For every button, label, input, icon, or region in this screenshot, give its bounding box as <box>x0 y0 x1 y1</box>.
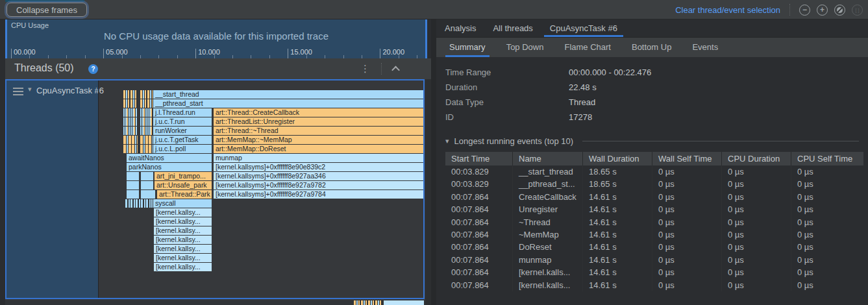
next-thread-trace-bar[interactable] <box>384 300 424 305</box>
table-row[interactable]: 00:07.864Unregister14.61 s0 µs0 µs0 µs <box>445 203 863 215</box>
inspector-subtab-bar: SummaryTop DownFlame ChartBottom UpEvent… <box>436 38 868 57</box>
cpu-usage-panel[interactable]: CPU Usage No CPU usage data available fo… <box>5 19 427 58</box>
trace-frame[interactable] <box>127 172 139 180</box>
threads-header-actions: ⋮ <box>360 58 399 79</box>
trace-frame[interactable] <box>141 172 153 180</box>
table-cell: 0 µs <box>722 241 791 253</box>
trace-slices[interactable] <box>140 99 153 108</box>
trace-frame[interactable]: j.l.Thread.run <box>153 108 212 117</box>
trace-frame[interactable]: [kernel.kallsyms]+0xffffff8e927aa346 <box>214 172 424 180</box>
next-thread-trace-preview[interactable] <box>354 300 382 305</box>
trace-slices[interactable] <box>140 90 153 99</box>
table-row[interactable]: 00:03.829__pthread_st...18.65 s0 µs0 µs0… <box>445 178 863 190</box>
trace-slices[interactable] <box>140 145 153 153</box>
trace-frame[interactable]: [kernel.kallsy... <box>154 263 212 271</box>
trace-frame[interactable]: parkNanos <box>127 163 212 171</box>
collapse-panel-icon[interactable] <box>391 66 400 74</box>
trace-slices[interactable] <box>140 127 153 135</box>
trace-slices[interactable] <box>123 117 138 126</box>
subtab-flame-chart[interactable]: Flame Chart <box>554 38 621 57</box>
trace-frame[interactable]: syscall <box>153 199 212 208</box>
trace-frame[interactable] <box>127 181 139 189</box>
panel-splitter[interactable] <box>431 19 436 305</box>
help-icon[interactable]: ? <box>88 64 98 74</box>
column-header-wall-duration[interactable]: Wall Duration <box>583 152 652 165</box>
subtab-summary[interactable]: Summary <box>439 38 496 57</box>
table-cell: munmap <box>513 254 583 266</box>
trace-frame[interactable]: art::Thread::Park <box>157 190 212 199</box>
table-cell: 0 µs <box>722 254 791 266</box>
trace-frame[interactable]: runWorker <box>153 127 212 135</box>
trace-frame[interactable]: art::MemMap::DoReset <box>214 145 424 153</box>
table-cell: ~MemMap <box>513 228 583 241</box>
trace-frame[interactable]: art::Thread::CreateCallback <box>214 108 424 117</box>
trace-frame[interactable]: [kernel.kallsyms]+0xffffff8e927a9784 <box>214 190 424 199</box>
table-cell: 00:07.864 <box>445 203 513 215</box>
subtab-bottom-up[interactable]: Bottom Up <box>621 38 682 57</box>
trace-slices[interactable] <box>123 108 138 117</box>
table-row[interactable]: 00:07.864munmap14.61 s0 µs0 µs0 µs <box>445 254 863 266</box>
trace-frame[interactable] <box>127 190 139 199</box>
trace-frame[interactable]: j.u.c.L.poll <box>153 145 212 153</box>
table-cell: 14.61 s <box>583 191 652 203</box>
trace-frame[interactable]: j.u.c.T.run <box>153 117 212 126</box>
ruler-tick-label: 05.000 <box>106 48 128 56</box>
trace-slices[interactable] <box>123 99 138 108</box>
table-row[interactable]: 00:07.864[kernel.kalls...14.61 s0 µs0 µs… <box>445 279 863 291</box>
trace-frame[interactable]: [kernel.kallsy... <box>154 254 212 262</box>
table-row[interactable]: 00:07.864[kernel.kalls...14.61 s0 µs0 µs… <box>445 266 863 278</box>
table-row[interactable]: 00:07.864CreateCallback14.61 s0 µs0 µs0 … <box>445 191 863 203</box>
trace-frame[interactable]: __pthread_start <box>153 99 424 108</box>
kebab-menu-icon[interactable]: ⋮ <box>360 63 370 75</box>
trace-frame[interactable]: [kernel.kallsy... <box>154 208 212 217</box>
subtab-events[interactable]: Events <box>682 38 728 57</box>
table-cell: 18.65 s <box>583 165 652 178</box>
trace-frame[interactable]: art::Thread::~Thread <box>214 127 424 135</box>
tab-all-threads[interactable]: All threads <box>484 19 541 37</box>
trace-slices[interactable] <box>123 145 138 153</box>
trace-frame[interactable]: [kernel.kallsyms]+0xffffff8e927a9782 <box>214 181 424 189</box>
trace-frame[interactable]: [kernel.kallsy... <box>154 236 212 244</box>
trace-frame[interactable]: j.u.c.T.getTask <box>153 136 212 144</box>
trace-frame[interactable] <box>141 190 155 199</box>
trace-slices[interactable] <box>140 136 153 144</box>
trace-frame[interactable]: art::Unsafe_park <box>155 181 212 189</box>
collapse-frames-button[interactable]: Collapse frames <box>6 3 87 17</box>
table-row[interactable]: 00:07.864DoReset14.61 s0 µs0 µs0 µs <box>445 241 863 253</box>
table-row[interactable]: 00:03.829__start_thread18.65 s0 µs0 µs0 … <box>445 165 863 178</box>
column-header-cpu-duration[interactable]: CPU Duration <box>722 152 791 165</box>
trace-frame[interactable]: awaitNanos <box>127 154 212 162</box>
trace-slices[interactable] <box>140 117 153 126</box>
threads-scrollbar-track[interactable] <box>425 79 431 305</box>
next-thread-row[interactable] <box>5 300 431 305</box>
column-header-start-time[interactable]: Start Time <box>445 152 513 165</box>
trace-frame[interactable]: [kernel.kallsyms]+0xffffff8e90e839c2 <box>214 163 424 171</box>
trace-frame[interactable]: __start_thread <box>153 90 424 99</box>
trace-frame[interactable] <box>141 181 153 189</box>
trace-slices[interactable] <box>123 127 138 135</box>
trace-frame[interactable]: art::MemMap::~MemMap <box>214 136 424 144</box>
tab-cpuasynctask-6[interactable]: CpuAsyncTask #6 <box>541 19 626 37</box>
trace-slices[interactable] <box>123 90 138 99</box>
zoom-in-icon[interactable]: + <box>817 5 828 16</box>
clear-selection-link[interactable]: Clear thread/event selection <box>675 5 780 15</box>
zoom-out-icon[interactable]: − <box>799 5 810 16</box>
trace-frame[interactable]: [kernel.kallsy... <box>154 217 212 226</box>
trace-slices[interactable] <box>125 199 153 208</box>
trace-frame[interactable]: [kernel.kallsy... <box>154 226 212 235</box>
trace-frame[interactable]: [kernel.kallsy... <box>154 245 212 253</box>
trace-slices[interactable] <box>140 108 153 117</box>
trace-slices[interactable] <box>123 136 138 144</box>
table-row[interactable]: 00:07.864~MemMap14.61 s0 µs0 µs0 µs <box>445 228 863 241</box>
subtab-top-down[interactable]: Top Down <box>496 38 554 57</box>
table-row[interactable]: 00:07.864~Thread14.61 s0 µs0 µs0 µs <box>445 216 863 228</box>
trace-frame[interactable]: art_jni_trampo... <box>155 172 212 180</box>
trace-frame[interactable]: art::ThreadList::Unregister <box>214 117 424 126</box>
trace-frame[interactable]: munmap <box>214 154 424 162</box>
column-header-wall-self-time[interactable]: Wall Self Time <box>652 152 722 165</box>
section-collapse-icon[interactable]: ▾ <box>445 137 449 145</box>
column-header-cpu-self-time[interactable]: CPU Self Time <box>791 152 863 165</box>
tab-analysis[interactable]: Analysis <box>436 19 484 37</box>
reset-zoom-icon[interactable] <box>834 5 845 16</box>
column-header-name[interactable]: Name <box>513 152 583 165</box>
